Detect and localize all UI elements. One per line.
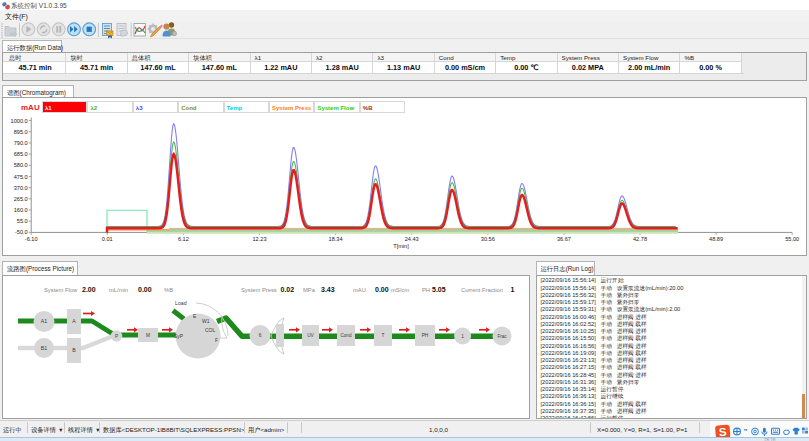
svg-text:P: P — [115, 333, 118, 338]
svg-text:-6.10: -6.10 — [25, 236, 38, 242]
svg-text:370.0: 370.0 — [14, 185, 28, 191]
svg-text:55.0: 55.0 — [17, 218, 28, 224]
svg-text:0.01: 0.01 — [102, 236, 113, 242]
svg-text:T: T — [382, 333, 385, 338]
svg-text:18.34: 18.34 — [329, 236, 343, 242]
svg-text:48.89: 48.89 — [709, 236, 723, 242]
svg-text:M: M — [146, 332, 150, 337]
svg-text:COL: COL — [205, 327, 216, 333]
svg-text:W1: W1 — [202, 318, 210, 324]
svg-text:B1: B1 — [41, 344, 47, 350]
svg-text:265.0: 265.0 — [14, 196, 28, 202]
svg-text:790.0: 790.0 — [14, 140, 28, 146]
svg-text:42.78: 42.78 — [633, 236, 647, 242]
svg-text:SyP: SyP — [174, 333, 184, 339]
svg-text:6: 6 — [259, 333, 262, 338]
svg-text:Cond: Cond — [341, 333, 352, 338]
svg-text:-50.0: -50.0 — [15, 229, 28, 235]
svg-text:A1: A1 — [41, 318, 47, 324]
svg-text:6.12: 6.12 — [178, 236, 189, 242]
svg-text:12.23: 12.23 — [253, 236, 267, 242]
svg-text:Frac: Frac — [497, 333, 507, 338]
svg-text:685.0: 685.0 — [14, 151, 28, 157]
svg-text:F: F — [215, 336, 218, 342]
svg-text:1: 1 — [461, 333, 464, 338]
svg-text:30.56: 30.56 — [481, 236, 495, 242]
svg-text:160.0: 160.0 — [14, 207, 28, 213]
svg-text:580.0: 580.0 — [14, 162, 28, 168]
svg-text:PH: PH — [422, 333, 429, 338]
svg-text:475.0: 475.0 — [14, 174, 28, 180]
svg-text:55.00: 55.00 — [785, 236, 799, 242]
svg-text:895.0: 895.0 — [14, 129, 28, 135]
svg-text:T[min]: T[min] — [393, 243, 409, 249]
svg-text:A: A — [72, 318, 76, 324]
svg-text:UV: UV — [307, 333, 314, 338]
svg-text:36.67: 36.67 — [557, 236, 571, 242]
svg-text:1000.0: 1000.0 — [11, 118, 28, 124]
svg-text:B: B — [72, 347, 76, 353]
svg-text:”: ” — [744, 426, 748, 435]
svg-text:24.43: 24.43 — [405, 236, 419, 242]
svg-text:Load: Load — [175, 300, 187, 306]
